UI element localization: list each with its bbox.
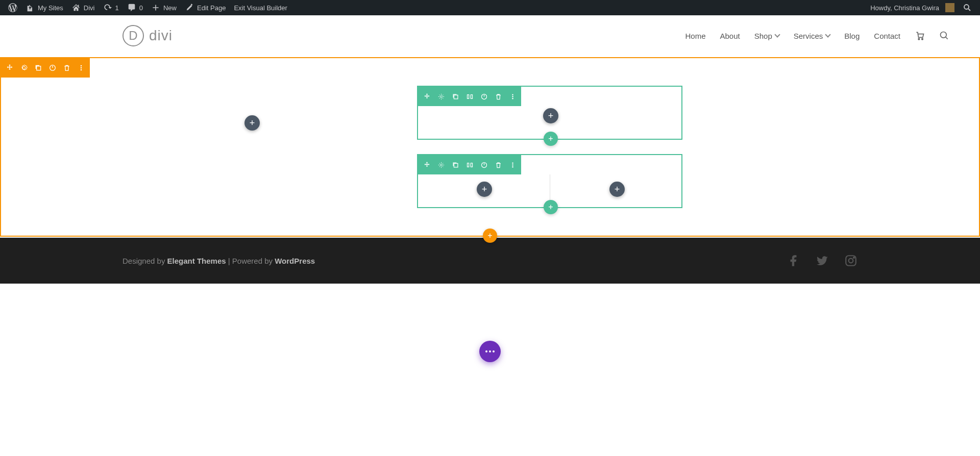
svg-point-27 <box>853 257 854 258</box>
svg-point-2 <box>922 38 923 40</box>
nav-home[interactable]: Home <box>685 32 705 40</box>
plus-icon <box>151 3 160 12</box>
wp-sitename[interactable]: Divi <box>67 0 99 15</box>
nav-about[interactable]: About <box>720 32 740 40</box>
wp-exit-label: Exit Visual Builder <box>234 4 287 12</box>
svg-point-6 <box>81 65 82 67</box>
wp-howdy-label: Howdy, Christina Gwira <box>870 4 939 12</box>
wp-new-label: New <box>163 4 177 12</box>
dot-icon <box>489 350 491 352</box>
move-icon[interactable] <box>422 160 431 169</box>
gear-icon[interactable] <box>436 92 446 101</box>
svg-rect-12 <box>471 94 472 98</box>
nav-cart[interactable] <box>915 31 925 41</box>
section-toolbar <box>1 58 90 78</box>
nav-shop[interactable]: Shop <box>754 32 779 40</box>
add-module-button[interactable]: + <box>477 182 492 197</box>
more-icon[interactable] <box>508 92 517 101</box>
footer-credit: Designed by Elegant Themes | Powered by … <box>122 257 315 265</box>
svg-point-0 <box>964 5 969 9</box>
wp-exit-vb[interactable]: Exit Visual Builder <box>230 0 291 15</box>
wp-comments-count: 0 <box>139 4 143 12</box>
footer-et-link[interactable]: Elegant Themes <box>167 257 226 265</box>
nav-search[interactable] <box>939 31 949 41</box>
duplicate-icon[interactable] <box>451 92 460 101</box>
power-icon[interactable] <box>479 160 488 169</box>
svg-point-17 <box>440 164 442 166</box>
wp-sitename-label: Divi <box>84 4 95 12</box>
wp-search[interactable] <box>959 0 976 15</box>
trash-icon[interactable] <box>494 160 503 169</box>
twitter-icon[interactable] <box>816 254 829 267</box>
logo-mark: D <box>122 25 144 46</box>
add-row-button[interactable]: + <box>544 200 558 214</box>
wp-howdy[interactable]: Howdy, Christina Gwira <box>866 0 959 15</box>
row-2[interactable]: + + + <box>417 154 682 208</box>
wp-updates-count: 1 <box>115 4 119 12</box>
instagram-icon[interactable] <box>844 254 857 267</box>
svg-rect-4 <box>37 66 41 70</box>
columns-icon[interactable] <box>465 160 474 169</box>
add-module-button[interactable]: + <box>244 115 260 131</box>
power-icon[interactable] <box>479 92 488 101</box>
nav-blog[interactable]: Blog <box>844 32 860 40</box>
duplicate-icon[interactable] <box>34 63 43 72</box>
svg-point-8 <box>81 69 82 71</box>
section[interactable]: + + + <box>0 57 980 237</box>
gear-icon[interactable] <box>19 63 29 72</box>
footer-powered: | Powered by <box>226 257 275 265</box>
chevron-down-icon <box>774 32 780 37</box>
duplicate-icon[interactable] <box>451 160 460 169</box>
site-footer: Designed by Elegant Themes | Powered by … <box>0 238 980 284</box>
wp-edit[interactable]: Edit Page <box>181 0 230 15</box>
wp-comments[interactable]: 0 <box>123 0 147 15</box>
columns-icon[interactable] <box>465 92 474 101</box>
add-module-button[interactable]: + <box>609 182 625 197</box>
svg-point-9 <box>440 95 442 97</box>
wp-updates[interactable]: 1 <box>99 0 123 15</box>
svg-point-23 <box>512 164 513 166</box>
comment-icon <box>127 3 136 12</box>
svg-point-3 <box>941 32 947 38</box>
power-icon[interactable] <box>48 63 57 72</box>
wp-mysites[interactable]: My Sites <box>21 0 67 15</box>
trash-icon[interactable] <box>494 92 503 101</box>
visual-builder: + + + <box>0 57 980 284</box>
facebook-icon[interactable] <box>787 254 800 267</box>
wp-bar-right: Howdy, Christina Gwira <box>866 0 976 15</box>
avatar <box>945 3 954 12</box>
more-icon[interactable] <box>508 160 517 169</box>
add-section-button[interactable]: + <box>483 229 497 243</box>
wp-bar-left: My Sites Divi 1 0 New <box>4 0 291 15</box>
add-module-button[interactable]: + <box>543 108 558 123</box>
add-row-button[interactable]: + <box>544 132 558 146</box>
svg-rect-19 <box>467 163 469 167</box>
site-logo[interactable]: D divi <box>122 25 173 46</box>
footer-designed: Designed by <box>122 257 167 265</box>
gear-icon[interactable] <box>436 160 446 169</box>
refresh-icon <box>103 3 112 12</box>
wp-new[interactable]: New <box>147 0 181 15</box>
wp-logo[interactable] <box>4 0 21 15</box>
svg-rect-20 <box>471 163 472 167</box>
trash-icon[interactable] <box>62 63 71 72</box>
dot-icon <box>493 350 495 352</box>
move-icon[interactable] <box>422 92 431 101</box>
svg-point-14 <box>512 94 513 95</box>
svg-point-7 <box>81 67 82 69</box>
search-icon <box>939 31 949 41</box>
more-icon[interactable] <box>77 63 86 72</box>
svg-rect-10 <box>454 95 458 99</box>
row-1[interactable]: + + <box>417 86 682 140</box>
svg-rect-18 <box>454 163 458 167</box>
wp-mysites-label: My Sites <box>38 4 63 12</box>
nav-contact[interactable]: Contact <box>874 32 900 40</box>
move-icon[interactable] <box>5 63 14 72</box>
pencil-icon <box>185 3 194 12</box>
wp-admin-bar: My Sites Divi 1 0 New <box>0 0 980 15</box>
builder-fab[interactable] <box>479 341 501 362</box>
nav-services[interactable]: Services <box>794 32 830 40</box>
footer-wp-link[interactable]: WordPress <box>275 257 315 265</box>
svg-point-22 <box>512 162 513 164</box>
social-links <box>787 254 857 267</box>
